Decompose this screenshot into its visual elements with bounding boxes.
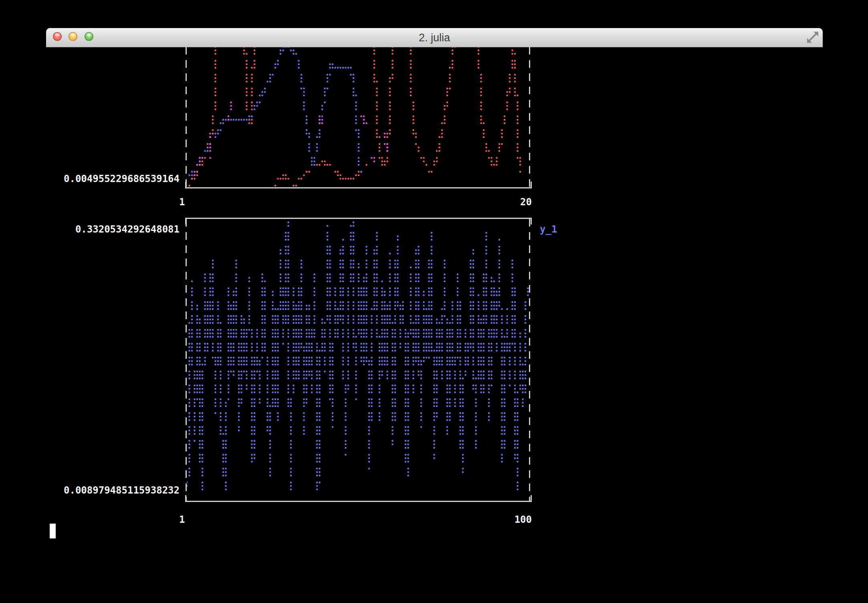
top-plot-bottom-border (185, 187, 532, 188)
bottom-plot-xmin-label: 1 (179, 514, 185, 526)
top-plot-xmax-label: 20 (452, 196, 532, 208)
bottom-plot-canvas (187, 219, 529, 501)
top-plot-xmin-label: 1 (179, 196, 185, 208)
window-title: 2. julia (46, 32, 823, 44)
top-plot-canvas (187, 47, 529, 187)
bottom-plot-ymax-label: 0.3320534292648081 (56, 223, 180, 236)
top-plot-ymin-label: 0.004955229686539164 (56, 173, 180, 185)
bottom-plot-ymin-label: 0.008979485115938232 (56, 484, 180, 497)
bottom-plot-corner-bl (185, 495, 186, 502)
bottom-plot-corner-br (531, 495, 532, 502)
top-plot-corner-right (531, 182, 532, 188)
terminal-cursor (50, 524, 56, 538)
top-plot-right-border (529, 47, 530, 188)
bottom-plot-corner-tr (531, 218, 532, 225)
window-titlebar[interactable]: 2. julia (46, 28, 823, 47)
bottom-plot-right-border (529, 219, 530, 501)
top-plot-corner-left (185, 182, 186, 188)
bottom-plot-legend: y_1 (540, 223, 557, 236)
resize-arrows-icon[interactable] (806, 31, 819, 44)
bottom-plot-bottom-border (185, 501, 532, 502)
bottom-plot-xmax-label: 100 (452, 514, 532, 526)
